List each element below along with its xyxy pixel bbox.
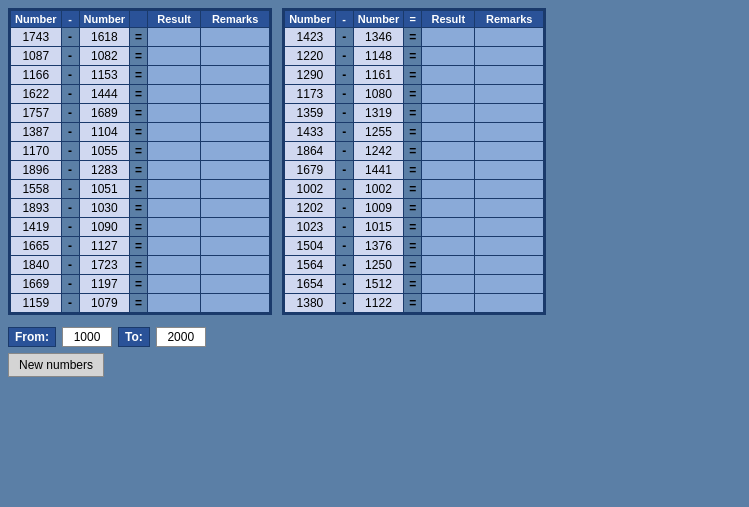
table-row: 1173 - 1080 =: [285, 85, 544, 104]
eq-cell: =: [130, 256, 148, 275]
num2-cell: 1080: [353, 85, 404, 104]
remarks-cell[interactable]: [201, 104, 270, 123]
num2-cell: 1002: [353, 180, 404, 199]
remarks-cell[interactable]: [201, 275, 270, 294]
remarks-cell[interactable]: [201, 123, 270, 142]
result-cell[interactable]: [148, 199, 201, 218]
remarks-cell[interactable]: [201, 218, 270, 237]
to-input[interactable]: [156, 327, 206, 347]
result-cell[interactable]: [422, 237, 475, 256]
result-cell[interactable]: [422, 85, 475, 104]
result-cell[interactable]: [148, 28, 201, 47]
num2-cell: 1153: [79, 66, 130, 85]
num2-cell: 1055: [79, 142, 130, 161]
result-cell[interactable]: [422, 161, 475, 180]
result-cell[interactable]: [422, 275, 475, 294]
result-cell[interactable]: [422, 28, 475, 47]
remarks-cell[interactable]: [475, 66, 544, 85]
result-cell[interactable]: [422, 47, 475, 66]
remarks-cell[interactable]: [201, 142, 270, 161]
remarks-cell[interactable]: [475, 275, 544, 294]
right-col-result: Result: [422, 11, 475, 28]
remarks-cell[interactable]: [475, 85, 544, 104]
remarks-cell[interactable]: [475, 180, 544, 199]
result-cell[interactable]: [148, 85, 201, 104]
eq-cell: =: [404, 85, 422, 104]
remarks-cell[interactable]: [201, 237, 270, 256]
result-cell[interactable]: [148, 256, 201, 275]
result-cell[interactable]: [148, 237, 201, 256]
remarks-cell[interactable]: [475, 104, 544, 123]
result-cell[interactable]: [422, 104, 475, 123]
remarks-cell[interactable]: [475, 47, 544, 66]
remarks-cell[interactable]: [475, 123, 544, 142]
left-table: Number - Number Result Remarks 1743 - 16…: [10, 10, 270, 313]
minus-cell: -: [335, 237, 353, 256]
eq-cell: =: [404, 294, 422, 313]
left-panel: Number - Number Result Remarks 1743 - 16…: [8, 8, 272, 377]
eq-cell: =: [404, 180, 422, 199]
result-cell[interactable]: [422, 66, 475, 85]
result-cell[interactable]: [148, 275, 201, 294]
table-row: 1864 - 1242 =: [285, 142, 544, 161]
result-cell[interactable]: [148, 123, 201, 142]
remarks-cell[interactable]: [201, 66, 270, 85]
remarks-cell[interactable]: [201, 47, 270, 66]
remarks-cell[interactable]: [475, 218, 544, 237]
result-cell[interactable]: [148, 66, 201, 85]
result-cell[interactable]: [422, 180, 475, 199]
remarks-cell[interactable]: [201, 28, 270, 47]
num1-cell: 1757: [11, 104, 62, 123]
num1-cell: 1159: [11, 294, 62, 313]
remarks-cell[interactable]: [201, 256, 270, 275]
new-numbers-button[interactable]: New numbers: [8, 353, 104, 377]
result-cell[interactable]: [148, 142, 201, 161]
num2-cell: 1082: [79, 47, 130, 66]
left-col-number1: Number: [11, 11, 62, 28]
result-cell[interactable]: [148, 218, 201, 237]
remarks-cell[interactable]: [201, 161, 270, 180]
result-cell[interactable]: [422, 123, 475, 142]
result-cell[interactable]: [148, 294, 201, 313]
num1-cell: 1359: [285, 104, 336, 123]
num1-cell: 1380: [285, 294, 336, 313]
result-cell[interactable]: [422, 256, 475, 275]
num2-cell: 1122: [353, 294, 404, 313]
remarks-cell[interactable]: [475, 161, 544, 180]
remarks-cell[interactable]: [475, 199, 544, 218]
result-cell[interactable]: [148, 104, 201, 123]
minus-cell: -: [335, 28, 353, 47]
minus-cell: -: [61, 199, 79, 218]
num2-cell: 1618: [79, 28, 130, 47]
right-col-eq-header: =: [404, 11, 422, 28]
remarks-cell[interactable]: [201, 294, 270, 313]
remarks-cell[interactable]: [475, 28, 544, 47]
remarks-cell[interactable]: [201, 180, 270, 199]
remarks-cell[interactable]: [201, 199, 270, 218]
num1-cell: 1743: [11, 28, 62, 47]
result-cell[interactable]: [422, 294, 475, 313]
num1-cell: 1654: [285, 275, 336, 294]
table-row: 1896 - 1283 =: [11, 161, 270, 180]
remarks-cell[interactable]: [475, 142, 544, 161]
remarks-cell[interactable]: [475, 256, 544, 275]
remarks-cell[interactable]: [201, 85, 270, 104]
result-cell[interactable]: [148, 161, 201, 180]
remarks-cell[interactable]: [475, 237, 544, 256]
minus-cell: -: [335, 66, 353, 85]
num2-cell: 1512: [353, 275, 404, 294]
result-cell[interactable]: [148, 47, 201, 66]
result-cell[interactable]: [422, 218, 475, 237]
right-col-number1: Number: [285, 11, 336, 28]
result-cell[interactable]: [148, 180, 201, 199]
left-col-result: Result: [148, 11, 201, 28]
result-cell[interactable]: [422, 142, 475, 161]
result-cell[interactable]: [422, 199, 475, 218]
remarks-cell[interactable]: [475, 294, 544, 313]
eq-cell: =: [404, 66, 422, 85]
from-input[interactable]: [62, 327, 112, 347]
num2-cell: 1283: [79, 161, 130, 180]
table-row: 1654 - 1512 =: [285, 275, 544, 294]
table-row: 1893 - 1030 =: [11, 199, 270, 218]
from-to-row: From: To:: [8, 327, 272, 347]
